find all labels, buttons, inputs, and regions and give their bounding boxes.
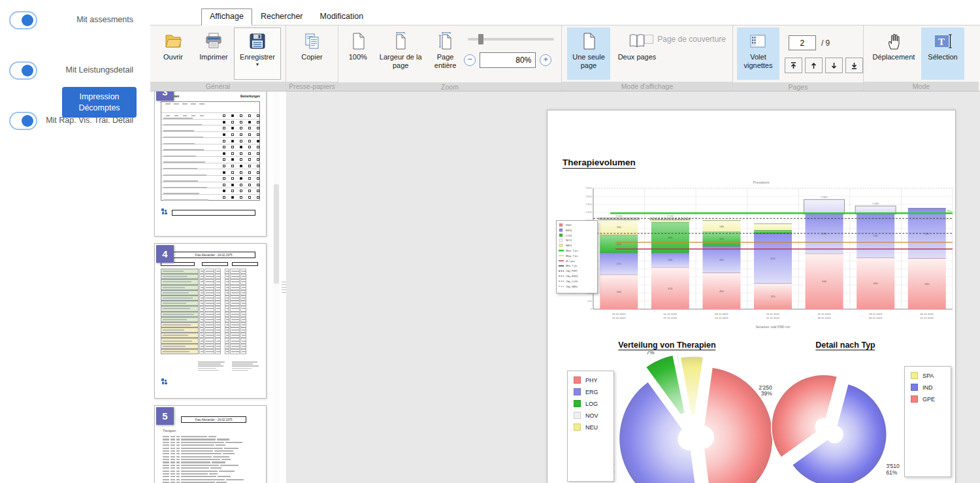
svg-text:1'130: 1'130 <box>667 214 674 218</box>
pan-button[interactable]: Déplacement <box>866 27 921 80</box>
page-icon <box>348 31 368 51</box>
zoom-value-input[interactable] <box>480 52 536 68</box>
save-dropdown-arrow[interactable]: ▼ <box>255 62 260 67</box>
svg-text:Min. 7 jrs: Min. 7 jrs <box>566 264 577 267</box>
folder-icon <box>163 31 183 51</box>
thumbnail-panel: 3Frau Alexander - 24.02.1975Perzeptionen… <box>150 92 286 483</box>
thumbnail-page-4[interactable]: 4Frau Alexander - 24.02.1975 <box>154 243 267 399</box>
pan-label: Déplacement <box>873 53 915 61</box>
previous-page-button[interactable] <box>805 58 823 73</box>
svg-text:140: 140 <box>719 225 725 228</box>
legend-item: ERG <box>574 388 613 395</box>
single-page-button[interactable]: Une seule page <box>567 27 610 80</box>
svg-text:T: T <box>938 37 945 47</box>
svg-text:Prestations: Prestations <box>753 180 770 184</box>
svg-text:Max: Max <box>947 209 952 212</box>
zoom-in-button[interactable]: + <box>540 54 551 66</box>
toggle-rap-vis-trai[interactable] <box>9 112 37 130</box>
tab-rechercher[interactable]: Rechercher <box>252 8 312 25</box>
legend-item: NOV <box>574 412 613 419</box>
svg-text:08.11.2021: 08.11.2021 <box>715 312 728 316</box>
svg-text:Obj. NEU: Obj. NEU <box>566 285 578 288</box>
svg-text:12.12.2021: 12.12.2021 <box>920 316 934 320</box>
thumbnail-scrollbar[interactable] <box>273 92 280 483</box>
svg-text:Max. 7 jrs: Max. 7 jrs <box>566 249 578 252</box>
bar-chart-legend: PHYERGLOGNOVNEUMax. 7 jrsMoy. 7 jrsØ / j… <box>556 220 598 293</box>
tab-modification[interactable]: Modification <box>312 8 372 25</box>
doc-heading: Therapievolumen <box>563 158 636 169</box>
app-root: Mit assesments Mit Leistungsdetail Mit R… <box>0 0 980 483</box>
pie1-title: Verteilung von Therapien <box>618 341 715 350</box>
group-mode: Déplacement T Sélection Mode <box>864 25 979 91</box>
legend-item: LOG <box>574 400 613 407</box>
fit-width-button[interactable]: Largeur de la page <box>375 27 427 80</box>
pie2-title: Detail nach Typ <box>815 341 875 350</box>
panel-splitter[interactable] <box>280 280 287 297</box>
svg-text:690: 690 <box>822 280 827 283</box>
print-button[interactable]: Imprimer <box>193 27 234 80</box>
svg-text:1'400: 1'400 <box>585 195 593 198</box>
thumbnails-pane-button[interactable]: Volet vignettes <box>737 27 779 80</box>
toggle-knob <box>22 65 33 76</box>
svg-text:Obj. PHY: Obj. PHY <box>566 269 578 273</box>
svg-text:1'200: 1'200 <box>585 210 593 214</box>
toggle-assessments[interactable] <box>9 11 37 29</box>
svg-text:1'300: 1'300 <box>585 203 593 206</box>
group-clipboard: Copier Presse-papiers <box>286 25 338 91</box>
svg-text:100: 100 <box>587 299 593 303</box>
last-page-button[interactable] <box>845 58 863 73</box>
svg-text:LOG: LOG <box>566 234 572 237</box>
save-split-button[interactable]: Enregistrer ▼ <box>234 27 281 80</box>
ribbon-body: Ouvrir Imprimer Enregistrer ▼ Général <box>150 25 980 92</box>
toggle-label: Mit Leistungsdetail <box>65 65 133 75</box>
svg-text:1'280: 1'280 <box>872 202 879 205</box>
svg-text:29.11.2021: 29.11.2021 <box>869 312 883 316</box>
group-display-mode: Une seule page Deux pages Page de couver… <box>562 25 733 91</box>
workspace: 3Frau Alexander - 24.02.1975Perzeptionen… <box>150 92 980 483</box>
svg-text:Semaines: total 5'880 min: Semaines: total 5'880 min <box>756 325 791 329</box>
zoom-100-label: 100% <box>349 53 367 61</box>
open-button[interactable]: Ouvrir <box>153 27 193 80</box>
svg-text:15.11.2021: 15.11.2021 <box>766 312 780 316</box>
svg-text:NEU: NEU <box>566 244 572 247</box>
svg-text:21.11.2021: 21.11.2021 <box>766 316 780 320</box>
svg-text:320: 320 <box>771 295 776 298</box>
group-caption-clipboard: Presse-papiers <box>286 82 338 91</box>
left-sidebar: Mit assesments Mit Leistungsdetail Mit R… <box>0 0 150 483</box>
thumbnail-page-badge: 4 <box>156 245 174 263</box>
svg-text:22.11.2021: 22.11.2021 <box>817 312 831 316</box>
first-page-button[interactable] <box>785 58 802 73</box>
thumbnail-page-3[interactable]: 3Frau Alexander - 24.02.1975Perzeptionen… <box>154 92 267 237</box>
fit-width-icon <box>391 31 410 51</box>
print-button-line1: Impression <box>79 92 119 101</box>
next-page-button[interactable] <box>825 58 843 73</box>
legend-item: NEU <box>574 424 613 431</box>
selection-button[interactable]: T Sélection <box>921 27 964 80</box>
zoom-out-button[interactable]: − <box>464 54 476 66</box>
zoom-100-button[interactable]: 100% <box>341 27 375 80</box>
print-button-line2: Décomptes <box>78 103 120 112</box>
toggle-knob <box>22 14 33 26</box>
svg-text:25.10.2021: 25.10.2021 <box>612 312 627 316</box>
svg-text:Moy. 7 jrs: Moy. 7 jrs <box>566 254 578 258</box>
impression-decomptes-button[interactable]: Impression Décomptes <box>62 87 137 118</box>
toggle-leistungsdetail[interactable] <box>9 61 37 80</box>
cover-page-checkbox[interactable] <box>644 35 653 44</box>
thumbnails-pane-label: Volet vignettes <box>738 53 779 69</box>
thumbnail-page-5[interactable]: 5Frau Alexander - 24.02.1975Therapien <box>154 405 267 483</box>
svg-text:PHY: PHY <box>566 224 572 227</box>
svg-text:630: 630 <box>924 282 930 286</box>
svg-text:520: 520 <box>668 287 673 290</box>
scrollbar-thumb[interactable] <box>274 184 279 284</box>
copy-button[interactable]: Copier <box>292 27 333 80</box>
current-page-input[interactable] <box>789 35 816 50</box>
two-pages-label: Deux pages <box>618 53 657 61</box>
pie1-legend: PHYERGLOGNOVNEU <box>567 371 614 482</box>
fit-page-button[interactable]: Page entière <box>427 27 464 80</box>
tab-affichage[interactable]: Affichage <box>201 8 252 25</box>
pie2-legend: SPAINDGPE <box>904 366 951 477</box>
legend-item: SPA <box>911 372 951 379</box>
copy-icon <box>302 31 322 51</box>
zoom-slider-handle[interactable] <box>478 34 483 44</box>
zoom-slider[interactable] <box>468 38 554 41</box>
